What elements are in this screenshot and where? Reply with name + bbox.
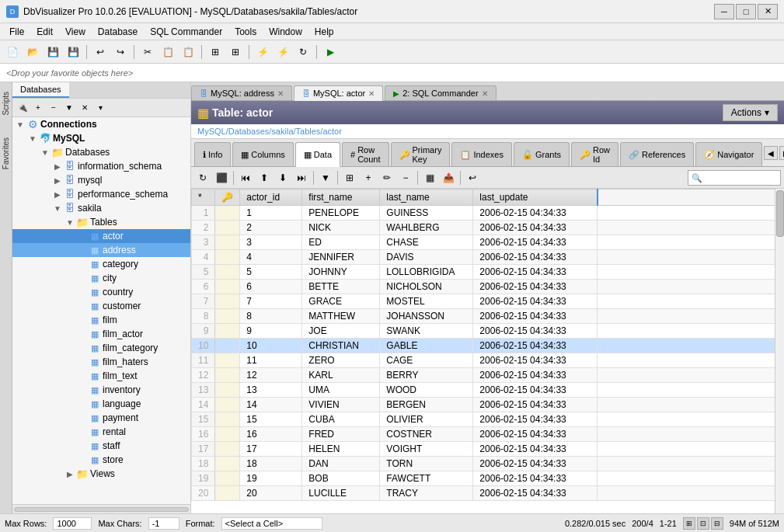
sub-tab-row-id[interactable]: 🔑 Row Id — [571, 142, 618, 166]
cell-actor-id[interactable]: 1 — [240, 206, 302, 221]
table-row[interactable]: 1111ZEROCAGE2006-02-15 04:34:33 — [192, 353, 784, 368]
favorites-tab[interactable]: Favorites — [0, 134, 12, 172]
cell-last-name[interactable]: BERRY — [380, 368, 473, 383]
cell-first-name[interactable]: NICK — [302, 221, 380, 235]
toolbar-disconnect-btn[interactable]: ⚡ — [274, 43, 292, 61]
table-row[interactable]: 33EDCHASE2006-02-15 04:34:33 — [192, 235, 784, 250]
table-row[interactable]: 1515CUBAOLIVIER2006-02-15 04:34:33 — [192, 412, 784, 427]
menu-edit[interactable]: Edit — [30, 25, 59, 39]
cell-first-name[interactable]: MATTHEW — [302, 309, 380, 324]
tree-item-staff[interactable]: ▦ staff — [12, 439, 190, 453]
vertical-scrollbar[interactable] — [775, 189, 784, 513]
cell-first-name[interactable]: ED — [302, 235, 380, 250]
cell-last-name[interactable]: VOIGHT — [380, 442, 473, 457]
cell-last-update[interactable]: 2006-02-15 04:34:33 — [473, 457, 598, 471]
table-row[interactable]: 44JENNIFERDAVIS2006-02-15 04:34:33 — [192, 250, 784, 265]
status-icon-2[interactable]: ⊡ — [697, 517, 709, 530]
cell-last-update[interactable]: 2006-02-15 04:34:33 — [473, 206, 598, 221]
cell-last-update[interactable]: 2006-02-15 04:34:33 — [473, 471, 598, 486]
table-row[interactable]: 1010CHRISTIANGABLE2006-02-15 04:34:33 — [192, 339, 784, 353]
cell-actor-id[interactable]: 12 — [240, 368, 302, 383]
minimize-button[interactable]: ─ — [714, 4, 734, 19]
cell-actor-id[interactable]: 20 — [240, 486, 302, 501]
cell-last-update[interactable]: 2006-02-15 04:34:33 — [473, 339, 598, 353]
cell-last-name[interactable]: WAHLBERG — [380, 221, 473, 235]
tab-prev-btn[interactable]: ◀ — [764, 146, 778, 160]
cell-last-name[interactable]: TRACY — [380, 486, 473, 501]
sidebar-delete-btn[interactable]: ✕ — [78, 101, 92, 115]
table-row[interactable]: 1313UMAWOOD2006-02-15 04:34:33 — [192, 383, 784, 398]
cell-last-update[interactable]: 2006-02-15 04:34:33 — [473, 280, 598, 294]
dt-edit-btn[interactable]: ✏ — [378, 169, 395, 186]
table-row[interactable]: 1212KARLBERRY2006-02-15 04:34:33 — [192, 368, 784, 383]
cell-last-update[interactable]: 2006-02-15 04:34:33 — [473, 398, 598, 412]
data-table-container[interactable]: * 🔑 actor_id first_name last_name last_u… — [191, 189, 784, 513]
dt-export-btn[interactable]: 📤 — [440, 169, 457, 186]
cell-last-name[interactable]: COSTNER — [380, 427, 473, 442]
tab-actor-close[interactable]: ✕ — [368, 89, 375, 98]
tab-actor[interactable]: 🗄 MySQL: actor ✕ — [294, 85, 383, 101]
tree-item-sakila[interactable]: ▼ 🗄 sakila — [12, 201, 190, 215]
toolbar-connect-btn[interactable]: ⚡ — [253, 43, 272, 61]
sidebar-more-btn[interactable]: ▾ — [93, 101, 107, 115]
toolbar-save-btn[interactable]: 💾 — [44, 43, 62, 61]
toolbar-new-btn[interactable]: 📄 — [3, 43, 22, 61]
tree-item-payment[interactable]: ▦ payment — [12, 411, 190, 425]
cell-actor-id[interactable]: 2 — [240, 221, 302, 235]
cell-actor-id[interactable]: 17 — [240, 442, 302, 457]
cell-first-name[interactable]: VIVIEN — [302, 398, 380, 412]
cell-actor-id[interactable]: 6 — [240, 280, 302, 294]
sub-tab-columns[interactable]: ▦ Columns — [232, 142, 293, 166]
cell-last-name[interactable]: BERGEN — [380, 398, 473, 412]
cell-actor-id[interactable]: 9 — [240, 324, 302, 339]
menu-tools[interactable]: Tools — [228, 25, 263, 39]
close-button[interactable]: ✕ — [758, 4, 778, 19]
cell-last-update[interactable]: 2006-02-15 04:34:33 — [473, 427, 598, 442]
status-icon-1[interactable]: ⊞ — [683, 517, 695, 530]
cell-first-name[interactable]: UMA — [302, 383, 380, 398]
tree-item-mysql-db[interactable]: ▶ 🗄 mysql — [12, 173, 190, 187]
cell-last-update[interactable]: 2006-02-15 04:34:33 — [473, 265, 598, 280]
table-row[interactable]: 66BETTENICHOLSON2006-02-15 04:34:33 — [192, 280, 784, 294]
cell-last-update[interactable]: 2006-02-15 04:34:33 — [473, 294, 598, 309]
sub-tab-references[interactable]: 🔗 References — [620, 142, 694, 166]
toolbar-open-btn[interactable]: 📂 — [23, 43, 42, 61]
toolbar-cut-btn[interactable]: ✂ — [138, 43, 157, 61]
sub-tab-row-count[interactable]: # Row Count — [342, 142, 389, 166]
tab-address-close[interactable]: ✕ — [277, 89, 284, 98]
cell-first-name[interactable]: JOE — [302, 324, 380, 339]
cell-first-name[interactable]: HELEN — [302, 442, 380, 457]
sub-tab-navigator[interactable]: 🧭 Navigator — [695, 142, 762, 166]
table-row[interactable]: 99JOESWANK2006-02-15 04:34:33 — [192, 324, 784, 339]
cell-last-update[interactable]: 2006-02-15 04:34:33 — [473, 309, 598, 324]
tab-address[interactable]: 🗄 MySQL: address ✕ — [191, 85, 292, 100]
tree-item-performance-schema[interactable]: ▶ 🗄 performance_schema — [12, 187, 190, 201]
tree-item-city[interactable]: ▦ city — [12, 271, 190, 285]
cell-last-name[interactable]: GUINESS — [380, 206, 473, 221]
table-row[interactable]: 1818DANTORN2006-02-15 04:34:33 — [192, 457, 784, 471]
tree-item-actor[interactable]: ▦ actor — [12, 229, 190, 243]
cell-last-update[interactable]: 2006-02-15 04:34:33 — [473, 353, 598, 368]
cell-actor-id[interactable]: 3 — [240, 235, 302, 250]
sub-tab-data[interactable]: ▦ Data — [295, 142, 340, 167]
cell-actor-id[interactable]: 11 — [240, 353, 302, 368]
cell-actor-id[interactable]: 10 — [240, 339, 302, 353]
connections-node[interactable]: ▼ ⚙ Connections — [12, 117, 190, 131]
cell-first-name[interactable]: KARL — [302, 368, 380, 383]
cell-last-update[interactable]: 2006-02-15 04:34:33 — [473, 250, 598, 265]
dt-next-btn[interactable]: ⬇ — [274, 169, 291, 186]
toolbar-refresh-btn[interactable]: ↻ — [294, 43, 312, 61]
cell-actor-id[interactable]: 8 — [240, 309, 302, 324]
cell-last-name[interactable]: FAWCETT — [380, 471, 473, 486]
cell-last-update[interactable]: 2006-02-15 04:34:33 — [473, 235, 598, 250]
table-row[interactable]: 88MATTHEWJOHANSSON2006-02-15 04:34:33 — [192, 309, 784, 324]
tree-item-film-actor[interactable]: ▦ film_actor — [12, 327, 190, 341]
cell-actor-id[interactable]: 18 — [240, 457, 302, 471]
table-row[interactable]: 22NICKWAHLBERG2006-02-15 04:34:33 — [192, 221, 784, 235]
tree-item-language[interactable]: ▦ language — [12, 397, 190, 411]
tree-item-inventory[interactable]: ▦ inventory — [12, 383, 190, 397]
cell-first-name[interactable]: CUBA — [302, 412, 380, 427]
cell-actor-id[interactable]: 19 — [240, 471, 302, 486]
sub-tab-primary-key[interactable]: 🔑 Primary Key — [391, 142, 451, 166]
dt-refresh-btn[interactable]: ↻ — [194, 169, 211, 186]
